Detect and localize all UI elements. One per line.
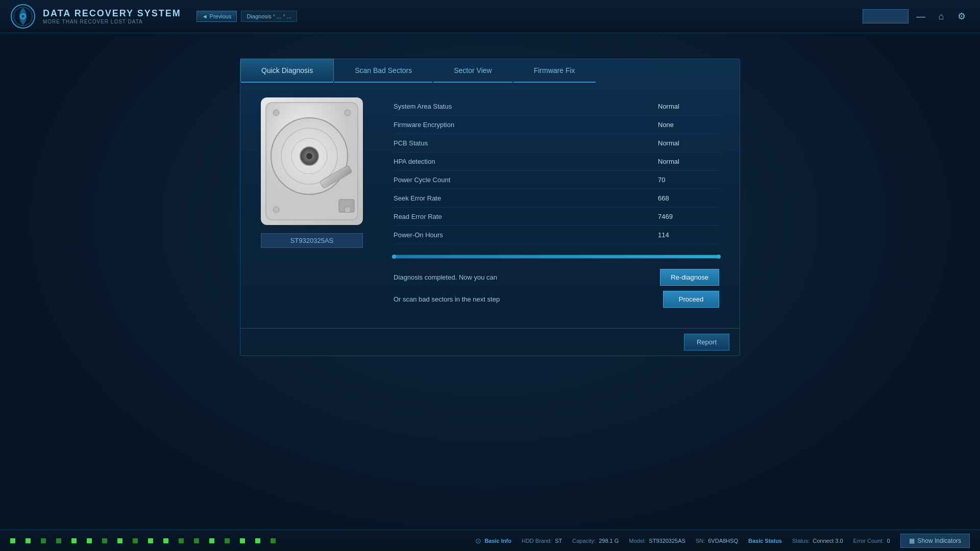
indicator-dot-9 xyxy=(148,538,153,543)
diag-value-0: Normal xyxy=(658,103,719,110)
indicator-dot-1 xyxy=(26,538,31,543)
settings-button[interactable]: ⚙ xyxy=(953,8,970,24)
model-value: ST9320325AS xyxy=(649,538,685,544)
basic-info-label: Basic Info xyxy=(484,538,511,544)
hdd-brand-value: ST xyxy=(555,538,562,544)
diag-value-2: Normal xyxy=(658,139,719,147)
indicator-dot-10 xyxy=(163,538,168,543)
header: DATA RECOVERY SYSTEM MORE THAN RECOVER L… xyxy=(0,0,980,33)
app-subtitle: MORE THAN RECOVER LOST DATA xyxy=(43,19,181,24)
diag-value-1: None xyxy=(658,121,719,129)
progress-dot-right xyxy=(717,255,721,259)
diag-label-4: Power Cycle Count xyxy=(394,176,658,184)
proceed-button[interactable]: Proceed xyxy=(663,291,719,308)
svg-point-9 xyxy=(306,153,312,159)
progress-bar-fill xyxy=(394,255,719,258)
indicator-dot-8 xyxy=(133,538,138,543)
tabs: Quick Diagnosis Scan Bad Sectors Sector … xyxy=(240,59,740,82)
diag-info: System Area Status Normal Firmware Encry… xyxy=(394,97,719,313)
status-sn: SN: 6VDA8HSQ xyxy=(696,538,738,544)
basic-status-label: Basic Status xyxy=(748,538,782,544)
status-bar: ⊙ Basic Info HDD Brand: ST Capacity: 298… xyxy=(0,530,980,551)
diag-row-3: HPA detection Normal xyxy=(394,153,719,171)
tab-scan-bad-sectors[interactable]: Scan Bad Sectors xyxy=(334,59,433,82)
panel-content: ST9320325AS System Area Status Normal Fi… xyxy=(240,82,740,328)
tab-quick-diagnosis[interactable]: Quick Diagnosis xyxy=(240,59,334,82)
completion-text: Diagnosis completed. Now you can xyxy=(394,273,650,281)
minimize-button[interactable]: — xyxy=(913,8,929,24)
progress-dot-left xyxy=(392,255,396,259)
status-capacity: Capacity: 298.1 G xyxy=(572,538,619,544)
diag-value-5: 668 xyxy=(658,194,719,202)
home-button[interactable]: ⌂ xyxy=(933,8,949,24)
diag-row-1: Firmware Encryption None xyxy=(394,116,719,134)
diag-value-7: 114 xyxy=(658,231,719,239)
capacity-value: 298.1 G xyxy=(599,538,619,544)
indicator-dot-13 xyxy=(209,538,214,543)
report-area: Report xyxy=(240,328,740,356)
indicator-dot-5 xyxy=(87,538,92,543)
indicator-dot-11 xyxy=(179,538,184,543)
header-controls: — ⌂ ⚙ xyxy=(863,8,970,24)
hdd-model-label: ST9320325AS xyxy=(261,233,363,248)
svg-point-15 xyxy=(345,207,351,213)
diag-label-1: Firmware Encryption xyxy=(394,121,658,129)
diag-label-6: Read Error Rate xyxy=(394,213,658,220)
hdd-illustration xyxy=(261,97,363,225)
diag-row-6: Read Error Rate 7469 xyxy=(394,208,719,226)
error-label: Error Count: xyxy=(853,538,884,544)
status-error: Error Count: 0 xyxy=(853,538,890,544)
diag-row-4: Power Cycle Count 70 xyxy=(394,171,719,189)
indicator-dot-0 xyxy=(10,538,15,543)
rediagnose-button[interactable]: Re-diagnose xyxy=(660,269,719,286)
indicator-dot-7 xyxy=(117,538,122,543)
status-value: Connect 3.0 xyxy=(813,538,843,544)
logo-area: DATA RECOVERY SYSTEM MORE THAN RECOVER L… xyxy=(10,4,181,29)
prev-button[interactable]: ◄ Previous xyxy=(197,11,237,22)
diag-row-0: System Area Status Normal xyxy=(394,97,719,116)
indicator-dot-2 xyxy=(41,538,46,543)
action-row-rediagnose: Diagnosis completed. Now you can Re-diag… xyxy=(394,269,719,286)
hdd-svg xyxy=(263,100,360,222)
breadcrumb-area: ◄ Previous Diagnosis ° ... ° ... xyxy=(197,11,297,22)
status-label: Status: xyxy=(792,538,810,544)
indicator-dot-4 xyxy=(71,538,77,543)
diag-row-5: Seek Error Rate 668 xyxy=(394,189,719,208)
indicator-dot-17 xyxy=(271,538,276,543)
indicator-dot-12 xyxy=(194,538,199,543)
indicator-dot-6 xyxy=(102,538,107,543)
sn-value: 6VDA8HSQ xyxy=(708,538,738,544)
show-indicators-button[interactable]: ▦ Show Indicators xyxy=(900,534,970,548)
hdd-brand-label: HDD Brand: xyxy=(522,538,552,544)
svg-point-13 xyxy=(345,110,351,116)
error-value: 0 xyxy=(887,538,890,544)
tab-sector-view[interactable]: Sector View xyxy=(433,59,512,82)
status-basic-info: ⊙ Basic Info xyxy=(475,537,511,545)
diag-label-2: PCB Status xyxy=(394,139,658,147)
sn-label: SN: xyxy=(696,538,705,544)
diag-label-5: Seek Error Rate xyxy=(394,194,658,202)
status-model: Model: ST9320325AS xyxy=(629,538,685,544)
status-connect: Status: Connect 3.0 xyxy=(792,538,843,544)
diag-row-2: PCB Status Normal xyxy=(394,134,719,153)
diag-value-3: Normal xyxy=(658,158,719,165)
diag-value-6: 7469 xyxy=(658,213,719,220)
scan-text: Or scan bad sectors in the next step xyxy=(394,295,653,303)
show-indicators-label: Show Indicators xyxy=(918,537,961,544)
report-button[interactable]: Report xyxy=(684,334,729,350)
tab-firmware-fix[interactable]: Firmware Fix xyxy=(513,59,596,82)
app-title: DATA RECOVERY SYSTEM xyxy=(43,8,181,19)
show-indicators-icon: ▦ xyxy=(909,537,915,544)
indicator-dot-14 xyxy=(225,538,230,543)
status-hdd-brand: HDD Brand: ST xyxy=(522,538,562,544)
capacity-label: Capacity: xyxy=(572,538,596,544)
diag-value-4: 70 xyxy=(658,176,719,184)
indicator-dot-16 xyxy=(255,538,260,543)
indicator-dot-3 xyxy=(56,538,61,543)
model-label: Model: xyxy=(629,538,646,544)
svg-point-14 xyxy=(273,207,279,213)
logo-text: DATA RECOVERY SYSTEM MORE THAN RECOVER L… xyxy=(43,8,181,24)
status-info: ⊙ Basic Info HDD Brand: ST Capacity: 298… xyxy=(475,534,970,548)
indicator-dots xyxy=(10,538,475,543)
diag-label-7: Power-On Hours xyxy=(394,231,658,239)
